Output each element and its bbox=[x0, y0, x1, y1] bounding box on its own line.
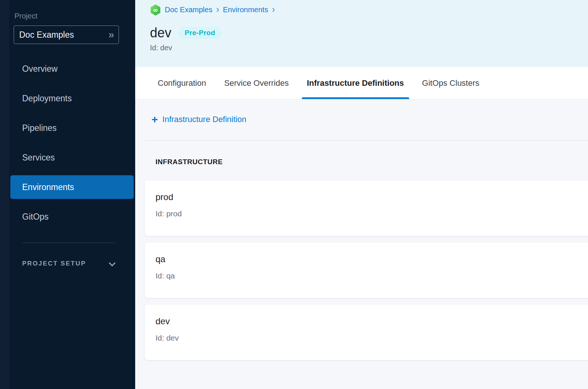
harness-cd-module-icon: ∞ bbox=[150, 4, 161, 16]
infrastructure-name: dev bbox=[155, 316, 588, 327]
tab-bar: Configuration Service Overrides Infrastr… bbox=[135, 67, 588, 99]
add-button-label: Infrastructure Definition bbox=[163, 115, 246, 124]
infrastructure-name: qa bbox=[155, 254, 588, 265]
sidebar-item-pipelines[interactable]: Pipelines bbox=[10, 116, 134, 140]
page-title: dev bbox=[150, 25, 171, 41]
sidebar-divider bbox=[22, 243, 116, 243]
entity-id-text: Id: dev bbox=[150, 44, 588, 52]
breadcrumb-link-environments[interactable]: Environments bbox=[223, 6, 268, 14]
breadcrumb-link-project[interactable]: Doc Examples bbox=[165, 6, 212, 14]
page-header: ∞ Doc Examples › Environments › dev Pre-… bbox=[135, 0, 588, 67]
infrastructure-row-qa[interactable]: qa Id: qa bbox=[145, 243, 588, 298]
infrastructure-row-dev[interactable]: dev Id: dev bbox=[145, 305, 588, 360]
add-infrastructure-definition-button[interactable]: + Infrastructure Definition bbox=[151, 115, 246, 124]
project-label: Project bbox=[14, 12, 37, 20]
tab-gitops-clusters[interactable]: GitOps Clusters bbox=[422, 67, 479, 99]
infrastructure-id: Id: dev bbox=[155, 333, 588, 343]
infrastructure-list: prod Id: prod qa Id: qa dev Id: dev bbox=[145, 180, 588, 360]
infrastructure-id: Id: qa bbox=[155, 271, 588, 281]
breadcrumb: ∞ Doc Examples › Environments › bbox=[150, 0, 588, 16]
project-selector-value: Doc Examples bbox=[19, 30, 74, 40]
tab-content: + Infrastructure Definition INFRASTRUCTU… bbox=[135, 99, 588, 389]
infrastructure-name: prod bbox=[155, 192, 588, 203]
env-type-badge: Pre-Prod bbox=[178, 27, 222, 39]
title-row: dev Pre-Prod bbox=[150, 25, 588, 41]
infrastructure-id: Id: prod bbox=[155, 209, 588, 219]
project-setup-label: PROJECT SETUP bbox=[22, 260, 86, 267]
sidebar: Project Doc Examples » Overview Deployme… bbox=[0, 0, 135, 389]
sidebar-item-services[interactable]: Services bbox=[10, 146, 134, 169]
sidebar-item-environments[interactable]: Environments bbox=[10, 175, 134, 199]
double-chevron-right-icon[interactable]: » bbox=[108, 30, 113, 40]
project-setup-toggle[interactable]: PROJECT SETUP bbox=[22, 257, 114, 270]
chevron-down-icon bbox=[109, 260, 115, 266]
chevron-right-icon: › bbox=[216, 4, 219, 15]
main-area: ∞ Doc Examples › Environments › dev Pre-… bbox=[135, 0, 588, 389]
plus-icon: + bbox=[151, 115, 158, 124]
infrastructure-row-prod[interactable]: prod Id: prod bbox=[145, 180, 588, 236]
content-divider bbox=[145, 140, 588, 141]
column-header-infrastructure: INFRASTRUCTURE bbox=[155, 158, 588, 166]
chevron-right-icon: › bbox=[272, 4, 275, 15]
sidebar-item-overview[interactable]: Overview bbox=[10, 57, 134, 81]
project-selector[interactable]: Doc Examples » bbox=[14, 26, 119, 44]
toolbar: + Infrastructure Definition bbox=[135, 99, 588, 125]
sidebar-item-deployments[interactable]: Deployments bbox=[10, 87, 134, 110]
sidebar-item-gitops[interactable]: GitOps bbox=[10, 205, 134, 229]
tab-infrastructure-definitions[interactable]: Infrastructure Definitions bbox=[307, 67, 404, 99]
sidebar-nav: Overview Deployments Pipelines Services … bbox=[0, 57, 135, 234]
tab-configuration[interactable]: Configuration bbox=[158, 67, 206, 99]
svg-text:∞: ∞ bbox=[153, 6, 158, 13]
tab-service-overrides[interactable]: Service Overrides bbox=[224, 67, 289, 99]
